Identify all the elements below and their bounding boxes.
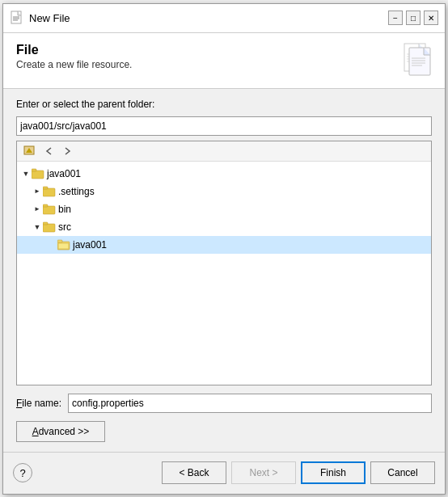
- window-controls: − □ ✕: [388, 11, 438, 25]
- footer: ? < Back Next > Finish Cancel: [3, 452, 445, 494]
- folder-icon-bin: [43, 204, 56, 215]
- svg-rect-26: [58, 243, 69, 249]
- minimize-button[interactable]: −: [388, 11, 403, 25]
- tree-item-bin[interactable]: ► bin: [17, 200, 431, 218]
- svg-rect-17: [32, 169, 36, 171]
- svg-rect-25: [57, 240, 62, 242]
- tree-toggle-src[interactable]: ▼: [32, 221, 43, 233]
- title-bar: New File − □ ✕: [3, 4, 445, 33]
- tree-nav-up-button[interactable]: [20, 143, 38, 159]
- tree-body: ▼ java001 ► .settings: [17, 162, 431, 385]
- main-body: Enter or select the parent folder:: [3, 89, 445, 452]
- back-button[interactable]: < Back: [162, 461, 226, 484]
- tree-toolbar: [17, 141, 431, 162]
- header-text: File Create a new file resource.: [16, 43, 132, 70]
- tree-label-src: src: [58, 221, 71, 233]
- svg-rect-19: [43, 187, 48, 189]
- folder-open-icon-java001-sub: [57, 239, 70, 251]
- dialog-icon: [10, 11, 24, 25]
- tree-label-bin: bin: [58, 204, 71, 215]
- tree-toggle-settings[interactable]: ►: [32, 186, 43, 197]
- svg-rect-22: [43, 224, 55, 232]
- cancel-button[interactable]: Cancel: [370, 461, 435, 484]
- tree-toggle-java001[interactable]: ▼: [20, 168, 32, 179]
- header-section: File Create a new file resource.: [3, 33, 445, 89]
- folder-icon-java001: [32, 168, 44, 179]
- advanced-button[interactable]: Advanced >>: [16, 421, 105, 442]
- svg-rect-16: [32, 171, 44, 179]
- page-icon: [403, 43, 432, 78]
- folder-icon-src: [43, 221, 56, 233]
- tree-toggle-bin[interactable]: ►: [32, 204, 43, 215]
- folder-icon-settings: [43, 186, 56, 197]
- tree-item-java001-sub[interactable]: java001: [17, 236, 431, 254]
- folder-label: Enter or select the parent folder:: [16, 99, 432, 110]
- filename-label-underline: F: [16, 398, 22, 409]
- close-button[interactable]: ✕: [424, 11, 438, 25]
- help-button[interactable]: ?: [13, 463, 32, 482]
- tree-item-java001[interactable]: ▼ java001: [17, 165, 431, 183]
- filename-label: File name:: [16, 398, 61, 409]
- new-file-dialog: New File − □ ✕ File Create a new file re…: [2, 3, 446, 495]
- folder-tree: ▼ java001 ► .settings: [16, 141, 432, 385]
- next-button[interactable]: Next >: [231, 461, 296, 484]
- filename-input[interactable]: [68, 394, 432, 413]
- tree-item-settings[interactable]: ► .settings: [17, 183, 431, 200]
- tree-nav-back-button[interactable]: [40, 143, 57, 159]
- tree-label-java001-sub: java001: [73, 239, 107, 251]
- dialog-title: New File: [29, 12, 388, 24]
- header-subtitle: Create a new file resource.: [16, 59, 132, 70]
- svg-rect-18: [43, 188, 55, 196]
- tree-nav-forward-button[interactable]: [59, 143, 77, 159]
- filename-row: File name:: [16, 394, 432, 413]
- finish-button[interactable]: Finish: [301, 461, 366, 484]
- header-title: File: [16, 43, 132, 57]
- maximize-button[interactable]: □: [406, 11, 421, 25]
- tree-label-java001: java001: [47, 168, 81, 179]
- tree-item-src[interactable]: ▼ src: [17, 218, 431, 236]
- tree-label-settings: .settings: [58, 186, 95, 197]
- svg-rect-21: [43, 204, 48, 207]
- svg-rect-23: [43, 222, 48, 225]
- svg-rect-20: [43, 206, 55, 214]
- tree-toggle-java001-sub: [46, 239, 57, 251]
- folder-path-input[interactable]: [16, 116, 432, 136]
